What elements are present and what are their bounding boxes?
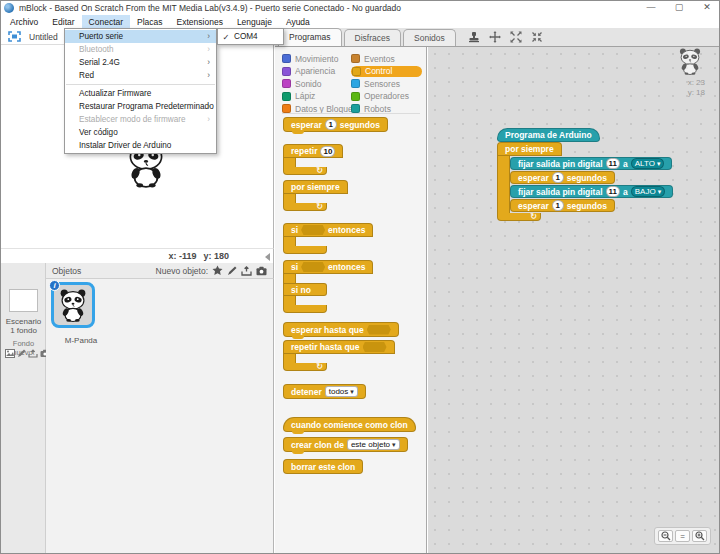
maximize-button[interactable]: ▢ [673,2,685,12]
menu-archivo[interactable]: Archivo [3,15,45,28]
category-color-swatch [282,104,291,113]
loop-arrow-icon: ↻ [530,214,537,220]
submenu-arrow-icon: › [207,45,210,54]
zoom-out-button[interactable] [658,530,673,542]
category-operadores[interactable]: Operadores [351,91,422,102]
block-number-input[interactable]: 1 [325,119,337,130]
category-sensores[interactable]: Sensores [351,78,422,89]
block-dropdown[interactable]: este objeto [347,439,400,450]
category-control[interactable]: Control [351,66,422,77]
tab-programas[interactable]: Programas [278,28,342,46]
paint-new-sprite-icon[interactable] [227,266,237,276]
block-esperar-script-2[interactable]: esperar 1 segundos [510,199,615,212]
move-arrows-icon[interactable] [489,31,501,43]
collapse-panel-icon[interactable] [265,253,270,261]
menu-item-restaurar-programa[interactable]: Restaurar Programa Predeterminado › [65,100,216,113]
upload-sprite-icon[interactable] [241,266,252,276]
grow-sprite-icon[interactable] [510,31,522,43]
block-number-input[interactable]: 11 [606,158,620,169]
menu-item-red[interactable]: Red › [65,69,216,82]
block-programa-de-arduino[interactable]: Programa de Arduino [497,128,600,142]
mblock-window: mBlock - Based On Scratch From the MIT M… [0,0,720,554]
puerto-serie-submenu: ✓ COM4 [217,28,284,45]
new-object-label: Nuevo objeto: [156,266,208,276]
menu-item-bluetooth[interactable]: Bluetooth › [65,43,216,56]
menu-item-puerto-serie[interactable]: Puerto serie › [65,30,216,43]
menu-item-instalar-driver[interactable]: Instalar Driver de Arduino [65,139,216,152]
block-esperar-script-1[interactable]: esperar 1 segundos [510,171,615,184]
zoom-reset-button[interactable]: = [675,530,690,542]
menu-separator [66,84,215,85]
block-dropdown[interactable]: ALTO [631,158,665,169]
menu-editar[interactable]: Editar [45,15,81,28]
block-esperar-hasta-que[interactable]: esperar hasta que [283,322,399,337]
category-color-swatch [282,54,291,63]
arduino-script[interactable]: Programa de Arduino por siempre fijar sa… [497,124,673,221]
boolean-slot[interactable] [363,342,387,352]
new-sprite-from-library-icon[interactable] [212,265,223,276]
category-color-swatch [352,67,361,76]
menu-ayuda[interactable]: Ayuda [279,15,317,28]
block-por-siempre-script[interactable]: por siempre fijar salida pin digital 11 … [497,142,673,221]
close-button[interactable]: ✕ [701,2,713,12]
block-detener[interactable]: detener todos [283,384,366,399]
tab-sonidos[interactable]: Sonidos [403,29,456,46]
minimize-button[interactable]: — [645,2,657,12]
menu-item-establecer-modo-firmware[interactable]: Establecer modo de firmware › [65,113,216,126]
sprite-list: i M-Panda [46,279,274,554]
menu-item-actualizar-firmware[interactable]: Actualizar Firmware [65,87,216,100]
block-si-entonces[interactable]: si entonces [283,223,373,254]
fullscreen-icon[interactable] [8,31,21,42]
submenu-item-com4[interactable]: COM4 [234,32,258,41]
sprite-info-icon[interactable]: i [49,280,60,291]
mouse-x: x: 23 [688,78,705,88]
mouse-coords: x: 23 y: 18 [688,78,705,98]
objects-header-label: Objetos [52,266,81,276]
block-dropdown[interactable]: BAJO [631,186,665,197]
block-crear-clon-de[interactable]: crear clon de este objeto [283,437,408,452]
menu-lenguaje[interactable]: Lenguaje [230,15,279,28]
menu-extensiones[interactable]: Extensiones [170,15,230,28]
duplicate-stamp-icon[interactable] [468,31,480,43]
tab-disfraces[interactable]: Disfraces [344,29,401,46]
block-repetir[interactable]: repetir 10 ↻ [283,144,343,175]
category-eventos[interactable]: Eventos [351,53,422,64]
scripts-canvas[interactable]: x: 23 y: 18 Programa de Arduino por siem… [428,47,720,554]
menu-item-serial-24g[interactable]: Serial 2.4G › [65,56,216,69]
block-number-input[interactable]: 11 [606,186,620,197]
block-number-input[interactable]: 1 [552,172,564,183]
block-dropdown[interactable]: todos [325,386,358,397]
menu-conectar[interactable]: Conectar [82,15,131,28]
boolean-slot[interactable] [301,262,325,272]
stage-label: Escenario [1,317,46,326]
block-esperar-segundos[interactable]: esperar 1 segundos [283,117,388,132]
block-borrar-este-clon[interactable]: borrar este clon [283,459,363,474]
block-fijar-salida-alto[interactable]: fijar salida pin digital 11 a ALTO [510,157,672,170]
upload-backdrop-icon[interactable] [28,349,38,358]
category-movimiento[interactable]: Movimiento [282,53,361,64]
block-number-input[interactable]: 1 [552,200,564,211]
submenu-arrow-icon: › [207,115,210,124]
camera-sprite-icon[interactable] [256,266,267,276]
block-cuando-comience-como-clon[interactable]: cuando comience como clon [283,417,416,432]
zoom-in-button[interactable] [692,530,707,542]
block-por-siempre[interactable]: por siempre ↻ [283,180,348,211]
backdrop-from-library-icon[interactable] [5,349,15,358]
titlebar: mBlock - Based On Scratch From the MIT M… [1,1,720,15]
backdrop-thumbnail[interactable] [9,289,38,312]
block-fijar-salida-bajo[interactable]: fijar salida pin digital 11 a BAJO [510,185,673,198]
sprite-thumbnail-m-panda[interactable]: i M-Panda [51,282,95,328]
block-repetir-hasta-que[interactable]: repetir hasta que ↻ [283,340,395,371]
category-color-swatch [351,54,360,63]
block-number-input[interactable]: 10 [320,146,335,157]
menu-item-ver-codigo[interactable]: Ver código [65,126,216,139]
boolean-slot[interactable] [367,325,391,335]
category-lapiz[interactable]: Lápiz [282,91,361,102]
menu-placas[interactable]: Placas [130,15,170,28]
paint-backdrop-icon[interactable] [17,349,26,358]
category-sonido[interactable]: Sonido [282,78,361,89]
block-si-entonces-si-no[interactable]: si entonces si no [283,260,373,313]
category-apariencia[interactable]: Apariencia [282,66,361,77]
boolean-slot[interactable] [301,225,325,235]
shrink-sprite-icon[interactable] [531,31,543,43]
